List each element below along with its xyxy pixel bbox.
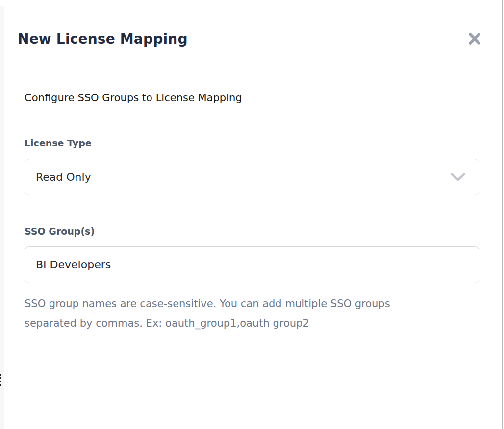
section-heading: Configure SSO Groups to License Mapping	[25, 92, 481, 105]
chevron-down-icon	[451, 173, 465, 182]
modal-right-edge-line	[502, 0, 503, 429]
sso-groups-help-text: SSO group names are case-sensitive. You …	[25, 294, 436, 333]
license-type-select[interactable]: Read Only	[25, 159, 479, 195]
sso-groups-input[interactable]	[25, 246, 479, 283]
license-type-label: License Type	[25, 138, 481, 149]
screen: New License Mapping Configure SSO Groups…	[0, 0, 504, 429]
modal-body: Configure SSO Groups to License Mapping …	[4, 92, 502, 333]
new-license-mapping-modal: New License Mapping Configure SSO Groups…	[4, 0, 502, 429]
list-icon-dash	[0, 377, 1, 379]
license-type-selected-value: Read Only	[36, 171, 91, 183]
obscured-list-icon-fragment	[0, 374, 2, 387]
list-icon-dash	[0, 381, 1, 382]
close-button[interactable]	[466, 30, 483, 48]
sso-groups-label: SSO Group(s)	[25, 226, 481, 237]
modal-header: New License Mapping	[4, 0, 502, 72]
modal-title: New License Mapping	[18, 31, 188, 47]
list-icon-dash	[0, 384, 1, 386]
close-icon	[467, 31, 482, 46]
list-icon-dash	[0, 374, 1, 376]
